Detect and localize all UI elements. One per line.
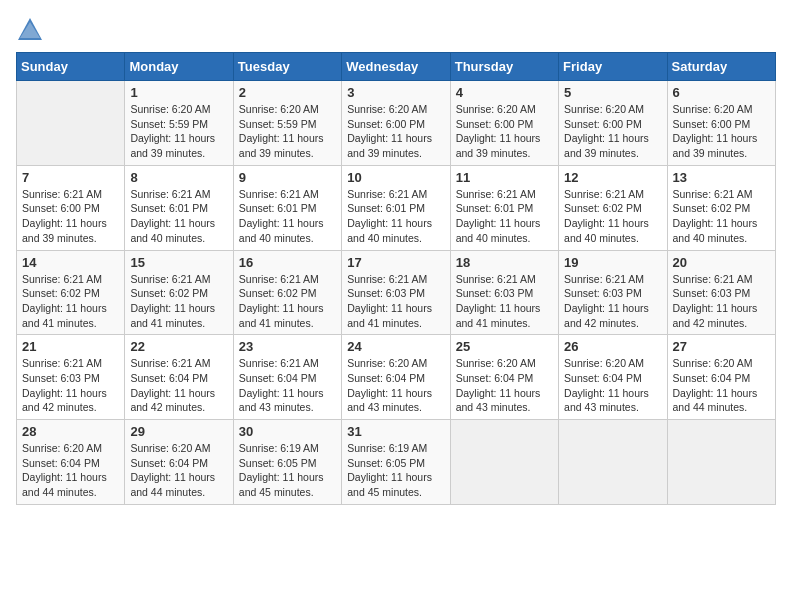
day-number: 12 xyxy=(564,170,661,185)
day-info: Sunrise: 6:21 AMSunset: 6:03 PMDaylight:… xyxy=(564,272,661,331)
day-info: Sunrise: 6:21 AMSunset: 6:04 PMDaylight:… xyxy=(130,356,227,415)
day-header-saturday: Saturday xyxy=(667,53,775,81)
day-header-monday: Monday xyxy=(125,53,233,81)
calendar-cell: 24Sunrise: 6:20 AMSunset: 6:04 PMDayligh… xyxy=(342,335,450,420)
day-info: Sunrise: 6:21 AMSunset: 6:04 PMDaylight:… xyxy=(239,356,336,415)
calendar-cell: 21Sunrise: 6:21 AMSunset: 6:03 PMDayligh… xyxy=(17,335,125,420)
day-info: Sunrise: 6:21 AMSunset: 6:02 PMDaylight:… xyxy=(239,272,336,331)
calendar-cell: 5Sunrise: 6:20 AMSunset: 6:00 PMDaylight… xyxy=(559,81,667,166)
calendar-cell: 18Sunrise: 6:21 AMSunset: 6:03 PMDayligh… xyxy=(450,250,558,335)
day-number: 14 xyxy=(22,255,119,270)
day-number: 30 xyxy=(239,424,336,439)
calendar-cell xyxy=(17,81,125,166)
day-info: Sunrise: 6:19 AMSunset: 6:05 PMDaylight:… xyxy=(347,441,444,500)
calendar-cell: 2Sunrise: 6:20 AMSunset: 5:59 PMDaylight… xyxy=(233,81,341,166)
calendar-week-row: 21Sunrise: 6:21 AMSunset: 6:03 PMDayligh… xyxy=(17,335,776,420)
calendar-cell: 17Sunrise: 6:21 AMSunset: 6:03 PMDayligh… xyxy=(342,250,450,335)
day-number: 18 xyxy=(456,255,553,270)
day-number: 8 xyxy=(130,170,227,185)
calendar-cell: 10Sunrise: 6:21 AMSunset: 6:01 PMDayligh… xyxy=(342,165,450,250)
day-number: 24 xyxy=(347,339,444,354)
day-number: 5 xyxy=(564,85,661,100)
calendar-cell: 12Sunrise: 6:21 AMSunset: 6:02 PMDayligh… xyxy=(559,165,667,250)
day-number: 17 xyxy=(347,255,444,270)
calendar-cell: 7Sunrise: 6:21 AMSunset: 6:00 PMDaylight… xyxy=(17,165,125,250)
day-info: Sunrise: 6:19 AMSunset: 6:05 PMDaylight:… xyxy=(239,441,336,500)
day-number: 20 xyxy=(673,255,770,270)
day-number: 10 xyxy=(347,170,444,185)
day-info: Sunrise: 6:21 AMSunset: 6:02 PMDaylight:… xyxy=(564,187,661,246)
day-info: Sunrise: 6:21 AMSunset: 6:01 PMDaylight:… xyxy=(347,187,444,246)
calendar-cell: 20Sunrise: 6:21 AMSunset: 6:03 PMDayligh… xyxy=(667,250,775,335)
calendar-cell xyxy=(559,420,667,505)
day-info: Sunrise: 6:20 AMSunset: 6:04 PMDaylight:… xyxy=(347,356,444,415)
day-info: Sunrise: 6:21 AMSunset: 6:01 PMDaylight:… xyxy=(239,187,336,246)
day-number: 16 xyxy=(239,255,336,270)
logo xyxy=(16,16,48,44)
day-header-thursday: Thursday xyxy=(450,53,558,81)
calendar-cell: 1Sunrise: 6:20 AMSunset: 5:59 PMDaylight… xyxy=(125,81,233,166)
day-number: 27 xyxy=(673,339,770,354)
day-number: 23 xyxy=(239,339,336,354)
calendar-cell: 14Sunrise: 6:21 AMSunset: 6:02 PMDayligh… xyxy=(17,250,125,335)
calendar-cell: 28Sunrise: 6:20 AMSunset: 6:04 PMDayligh… xyxy=(17,420,125,505)
calendar-cell: 11Sunrise: 6:21 AMSunset: 6:01 PMDayligh… xyxy=(450,165,558,250)
day-info: Sunrise: 6:21 AMSunset: 6:01 PMDaylight:… xyxy=(130,187,227,246)
day-number: 26 xyxy=(564,339,661,354)
calendar-cell: 22Sunrise: 6:21 AMSunset: 6:04 PMDayligh… xyxy=(125,335,233,420)
day-info: Sunrise: 6:20 AMSunset: 6:04 PMDaylight:… xyxy=(673,356,770,415)
logo-icon xyxy=(16,16,44,44)
day-info: Sunrise: 6:20 AMSunset: 5:59 PMDaylight:… xyxy=(130,102,227,161)
calendar-cell: 13Sunrise: 6:21 AMSunset: 6:02 PMDayligh… xyxy=(667,165,775,250)
calendar-table: SundayMondayTuesdayWednesdayThursdayFrid… xyxy=(16,52,776,505)
day-info: Sunrise: 6:20 AMSunset: 6:04 PMDaylight:… xyxy=(130,441,227,500)
calendar-cell: 6Sunrise: 6:20 AMSunset: 6:00 PMDaylight… xyxy=(667,81,775,166)
calendar-cell: 25Sunrise: 6:20 AMSunset: 6:04 PMDayligh… xyxy=(450,335,558,420)
calendar-cell: 30Sunrise: 6:19 AMSunset: 6:05 PMDayligh… xyxy=(233,420,341,505)
day-number: 4 xyxy=(456,85,553,100)
day-number: 15 xyxy=(130,255,227,270)
calendar-week-row: 7Sunrise: 6:21 AMSunset: 6:00 PMDaylight… xyxy=(17,165,776,250)
day-number: 22 xyxy=(130,339,227,354)
day-number: 2 xyxy=(239,85,336,100)
day-number: 21 xyxy=(22,339,119,354)
day-info: Sunrise: 6:21 AMSunset: 6:02 PMDaylight:… xyxy=(130,272,227,331)
day-info: Sunrise: 6:21 AMSunset: 6:03 PMDaylight:… xyxy=(347,272,444,331)
calendar-cell: 15Sunrise: 6:21 AMSunset: 6:02 PMDayligh… xyxy=(125,250,233,335)
calendar-cell: 27Sunrise: 6:20 AMSunset: 6:04 PMDayligh… xyxy=(667,335,775,420)
day-info: Sunrise: 6:21 AMSunset: 6:00 PMDaylight:… xyxy=(22,187,119,246)
day-number: 1 xyxy=(130,85,227,100)
day-number: 9 xyxy=(239,170,336,185)
day-number: 7 xyxy=(22,170,119,185)
calendar-week-row: 28Sunrise: 6:20 AMSunset: 6:04 PMDayligh… xyxy=(17,420,776,505)
day-info: Sunrise: 6:21 AMSunset: 6:02 PMDaylight:… xyxy=(673,187,770,246)
calendar-header: SundayMondayTuesdayWednesdayThursdayFrid… xyxy=(17,53,776,81)
svg-marker-1 xyxy=(20,22,40,38)
calendar-cell xyxy=(450,420,558,505)
day-info: Sunrise: 6:20 AMSunset: 6:04 PMDaylight:… xyxy=(456,356,553,415)
day-info: Sunrise: 6:21 AMSunset: 6:03 PMDaylight:… xyxy=(456,272,553,331)
calendar-cell: 9Sunrise: 6:21 AMSunset: 6:01 PMDaylight… xyxy=(233,165,341,250)
calendar-week-row: 1Sunrise: 6:20 AMSunset: 5:59 PMDaylight… xyxy=(17,81,776,166)
day-number: 31 xyxy=(347,424,444,439)
day-info: Sunrise: 6:21 AMSunset: 6:01 PMDaylight:… xyxy=(456,187,553,246)
day-number: 11 xyxy=(456,170,553,185)
day-info: Sunrise: 6:21 AMSunset: 6:03 PMDaylight:… xyxy=(22,356,119,415)
calendar-week-row: 14Sunrise: 6:21 AMSunset: 6:02 PMDayligh… xyxy=(17,250,776,335)
day-header-friday: Friday xyxy=(559,53,667,81)
calendar-cell: 29Sunrise: 6:20 AMSunset: 6:04 PMDayligh… xyxy=(125,420,233,505)
calendar-cell: 19Sunrise: 6:21 AMSunset: 6:03 PMDayligh… xyxy=(559,250,667,335)
day-header-sunday: Sunday xyxy=(17,53,125,81)
day-header-tuesday: Tuesday xyxy=(233,53,341,81)
calendar-cell: 4Sunrise: 6:20 AMSunset: 6:00 PMDaylight… xyxy=(450,81,558,166)
day-number: 6 xyxy=(673,85,770,100)
day-info: Sunrise: 6:21 AMSunset: 6:02 PMDaylight:… xyxy=(22,272,119,331)
day-number: 25 xyxy=(456,339,553,354)
day-info: Sunrise: 6:21 AMSunset: 6:03 PMDaylight:… xyxy=(673,272,770,331)
day-header-wednesday: Wednesday xyxy=(342,53,450,81)
calendar-cell: 23Sunrise: 6:21 AMSunset: 6:04 PMDayligh… xyxy=(233,335,341,420)
calendar-cell: 8Sunrise: 6:21 AMSunset: 6:01 PMDaylight… xyxy=(125,165,233,250)
header xyxy=(16,16,776,44)
calendar-cell: 16Sunrise: 6:21 AMSunset: 6:02 PMDayligh… xyxy=(233,250,341,335)
day-info: Sunrise: 6:20 AMSunset: 6:00 PMDaylight:… xyxy=(456,102,553,161)
